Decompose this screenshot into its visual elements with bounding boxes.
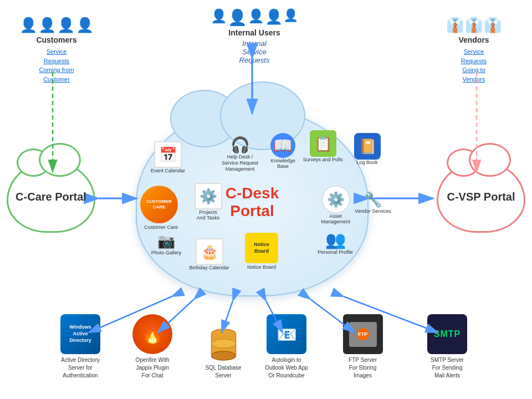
module-assets: ⚙️ Asset Management [315, 186, 356, 224]
ftp-label: FTP ServerFor StoringImages [336, 356, 389, 380]
module-logbook: 📔 Log Book [349, 133, 385, 165]
module-photo-gallery: 📷 Photo Gallery [147, 233, 186, 255]
smtp-label: SMTP ServerFor SendingMail Alerts [420, 356, 475, 380]
sql-label: SQL DatabaseServer [198, 364, 248, 380]
module-customercare: CUSTOMERCARE Customer Care [140, 186, 182, 227]
svg-point-19 [211, 339, 236, 348]
vendors-group: 👔 👔 👔 Vendors ServiceRequestsGoing toVen… [446, 17, 502, 84]
internal-users-icons: 👤 👤 👤 👤 👤 [211, 8, 298, 27]
diagram-container: 👤 👤 👤 👤 Customers ServiceRequestsComing … [0, 0, 532, 399]
module-calendar: 📅 Event Calendar [149, 141, 187, 173]
customers-label: Customers [19, 35, 94, 44]
module-noticeboard: NoticeBoard Notice Board [242, 233, 281, 270]
module-vendor-services: 🔧 Vendor Services [354, 191, 392, 214]
main-cloud-title: C-DeskPortal [226, 185, 279, 220]
vendors-label: Vendors [446, 35, 502, 44]
svg-point-18 [211, 351, 236, 360]
module-birthday: 🎂 Birthday Calendar [188, 238, 230, 270]
internal-users-label: Internal Users [211, 28, 298, 37]
openfire-label: Openfire WithJappix PluginFor Chat [125, 356, 180, 380]
module-projects: ⚙️ ProjectsAnd Tasks [187, 183, 229, 221]
module-surveys: 📋 Surveys and Polls [302, 130, 344, 162]
integration-openfire: 🔥 Openfire WithJappix PluginFor Chat [125, 314, 180, 380]
integration-smtp: SMTP SMTP ServerFor SendingMail Alerts [420, 314, 475, 380]
ccare-portal-cloud[interactable]: C-Care Portal [7, 161, 95, 233]
module-knowledgebase: 📖 Knowledge Base [265, 133, 301, 169]
cvsp-portal-title: C-VSP Portal [447, 190, 515, 204]
vendors-icons: 👔 👔 👔 [446, 17, 502, 34]
customers-group: 👤 👤 👤 👤 Customers ServiceRequestsComing … [19, 17, 94, 84]
internal-users-group: 👤 👤 👤 👤 👤 Internal Users InternalService… [211, 8, 298, 64]
outlook-label: Autologin toOutlook Web AppOr Roundcube [259, 356, 314, 380]
cvsp-portal-cloud[interactable]: C-VSP Portal [437, 161, 525, 233]
integration-ftp: FTP FTP ServerFor StoringImages [336, 314, 389, 380]
integration-active-directory: WindowsActiveDirectory Active Directory … [53, 314, 108, 380]
module-profile: 👥 Personal Profile [316, 230, 355, 255]
ccare-portal-title: C-Care Portal [16, 190, 86, 204]
customers-sublabel: ServiceRequestsComing fromCustomer [19, 47, 94, 84]
customers-icons: 👤 👤 👤 👤 [19, 17, 94, 34]
internal-service-requests-label: InternalServiceRequests [211, 39, 298, 64]
integration-sql: SQL DatabaseServer [198, 327, 248, 380]
module-helpdesk: 🎧 Help Desk /Service RequestManagement [221, 136, 259, 172]
vendors-sublabel: ServiceRequestsGoing toVendors [446, 47, 502, 84]
integration-outlook: 📧 Autologin toOutlook Web AppOr Roundcub… [259, 314, 314, 380]
ad-label: Active Directory Server for Authenticati… [53, 356, 108, 380]
